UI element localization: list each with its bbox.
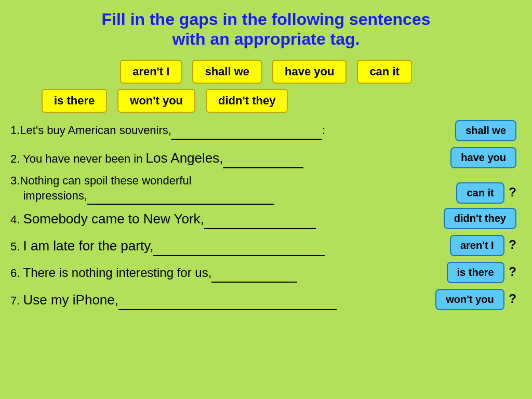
sentence-2-blank: [223, 151, 303, 168]
title-line2: with an appropriate tag.: [172, 30, 360, 48]
tag-arent-i[interactable]: aren't I: [120, 60, 182, 84]
sentence-1: 1.Let's buy American souvenirs, : shall …: [10, 119, 522, 144]
page-title: Fill in the gaps in the following senten…: [0, 0, 532, 55]
sentence-3-text: 3.Nothing can spoil these wonderful impr…: [10, 173, 522, 205]
sentence-6-text: 6. There is nothing interesting for us,: [10, 264, 522, 283]
tag-wont-you[interactable]: won't you: [117, 89, 195, 113]
tag-can-it[interactable]: can it: [357, 60, 411, 84]
tag-didnt-they[interactable]: didn't they: [206, 89, 288, 113]
sentence-5-text: 5. I am late for the party,: [10, 236, 522, 256]
sentence-6: 6. There is nothing interesting for us, …: [10, 261, 522, 286]
sentence-5-answer: aren't I ?: [450, 235, 516, 256]
sentence-6-answer: is there ?: [447, 262, 516, 283]
sentence-1-answer: shall we: [455, 120, 516, 141]
sentence-2: 2. You have never been in Los Angeles, h…: [10, 146, 522, 171]
sentence-7-answer: won't you ?: [435, 289, 516, 310]
sentence-6-blank: [211, 264, 297, 283]
sentence-5: 5. I am late for the party, aren't I ?: [10, 234, 522, 259]
sentence-4-blank: [204, 209, 316, 229]
sentence-7: 7. Use my iPhone, won't you ?: [10, 288, 522, 313]
tag-have-you[interactable]: have you: [272, 60, 347, 84]
sentence-5-blank: [153, 236, 325, 256]
sentence-3: 3.Nothing can spoil these wonderful impr…: [10, 173, 522, 205]
sentence-4: 4. Somebody came to New York, didn't the…: [10, 207, 522, 232]
sentence-1-blank: [171, 123, 322, 140]
sentence-3-blank: [87, 188, 274, 205]
tag-is-there[interactable]: is there: [42, 89, 107, 113]
tag-row-2: is there won't you didn't they: [0, 89, 532, 113]
sentence-3-answer: can it ?: [456, 182, 516, 204]
sentence-7-blank: [118, 290, 337, 310]
tag-row-1: aren't I shall we have you can it: [0, 60, 532, 84]
sentence-2-answer: have you: [450, 147, 516, 168]
sentence-2-text: 2. You have never been in Los Angeles,: [10, 149, 522, 168]
title-line1: Fill in the gaps in the following senten…: [102, 10, 431, 29]
tag-shall-we[interactable]: shall we: [192, 60, 262, 84]
sentence-1-text: 1.Let's buy American souvenirs, :: [10, 123, 522, 140]
sentences-area: 1.Let's buy American souvenirs, : shall …: [10, 119, 522, 313]
sentence-4-answer: didn't they: [444, 208, 516, 229]
